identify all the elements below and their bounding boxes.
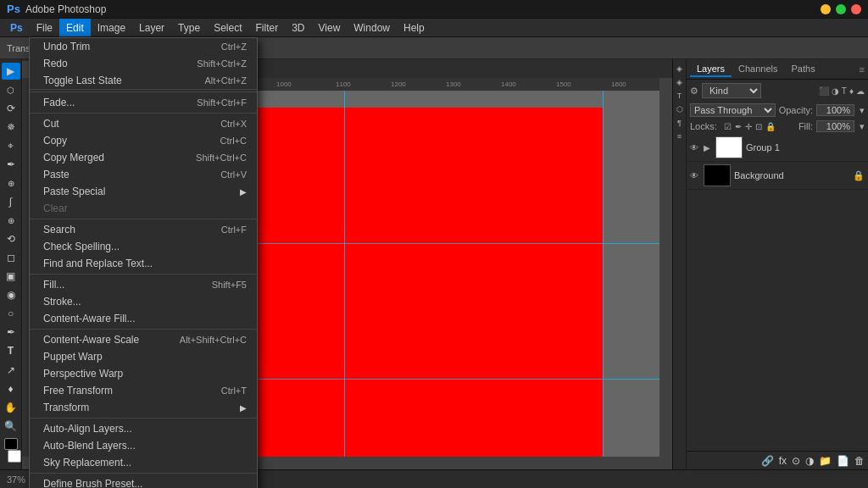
menu-select[interactable]: Select bbox=[207, 19, 248, 36]
blur-tool[interactable]: ◉ bbox=[2, 286, 20, 303]
menu-stroke[interactable]: Stroke... bbox=[30, 293, 257, 310]
tab-paths[interactable]: Paths bbox=[785, 62, 822, 77]
smart-filter-icon[interactable]: ☁ bbox=[856, 86, 865, 96]
shape-filter-icon[interactable]: ♦ bbox=[849, 86, 854, 96]
layer-link-icon[interactable]: 🔗 bbox=[761, 455, 774, 467]
tab-layers[interactable]: Layers bbox=[690, 62, 732, 77]
menu-perspective-warp[interactable]: Perspective Warp bbox=[30, 365, 257, 382]
layer-adjustment-icon[interactable]: ◑ bbox=[805, 455, 814, 467]
tab-channels[interactable]: Channels bbox=[732, 62, 784, 77]
menu-toggle-last-state[interactable]: Toggle Last State Alt+Ctrl+Z bbox=[30, 72, 257, 89]
layer-visibility-icon[interactable]: 👁 bbox=[690, 143, 698, 152]
delete-layer-icon[interactable]: 🗑 bbox=[854, 455, 865, 467]
new-layer-icon[interactable]: 📄 bbox=[837, 455, 849, 467]
brush-tool[interactable]: ∫ bbox=[2, 193, 20, 210]
panel-toggle-1[interactable]: ◈ bbox=[674, 63, 686, 75]
menu-fade[interactable]: Fade... Shift+Ctrl+F bbox=[30, 94, 257, 111]
menu-undo-trim[interactable]: Undo Trim Ctrl+Z bbox=[30, 38, 257, 55]
minimize-button[interactable] bbox=[821, 4, 831, 14]
hand-tool[interactable]: ✋ bbox=[2, 399, 20, 416]
lock-pixels-icon[interactable]: ✒ bbox=[735, 122, 742, 131]
menu-puppet-warp[interactable]: Puppet Warp bbox=[30, 348, 257, 365]
menu-edit[interactable]: Edit bbox=[59, 19, 91, 36]
menu-transform[interactable]: Transform ▶ bbox=[30, 399, 257, 416]
type-filter-icon[interactable]: T bbox=[842, 86, 847, 96]
stamp-tool[interactable]: ⊕ bbox=[2, 212, 20, 229]
panel-toggle-6[interactable]: ≡ bbox=[674, 130, 686, 142]
pixel-filter-icon[interactable]: ⬛ bbox=[819, 86, 829, 96]
menu-content-aware-scale[interactable]: Content-Aware Scale Alt+Shift+Ctrl+C bbox=[30, 331, 257, 348]
menu-check-spelling[interactable]: Check Spelling... bbox=[30, 238, 257, 255]
healing-tool[interactable]: ⊕ bbox=[2, 175, 20, 191]
menu-free-transform[interactable]: Free Transform Ctrl+T bbox=[30, 382, 257, 399]
menu-type[interactable]: Type bbox=[171, 19, 207, 36]
lock-position-icon[interactable]: ✛ bbox=[745, 122, 752, 131]
menu-window[interactable]: Window bbox=[347, 19, 397, 36]
layer-effects-icon[interactable]: fx bbox=[779, 455, 787, 467]
layer-row-background[interactable]: 👁 Background 🔒 bbox=[687, 162, 868, 190]
layer-expand-icon[interactable]: ▶ bbox=[704, 143, 710, 152]
panel-toggle-5[interactable]: ¶ bbox=[674, 117, 686, 129]
lock-all-icon[interactable]: 🔒 bbox=[765, 122, 776, 131]
menu-paste[interactable]: Paste Ctrl+V bbox=[30, 166, 257, 183]
menu-layer[interactable]: Layer bbox=[132, 19, 171, 36]
opacity-value[interactable]: 100% bbox=[816, 104, 854, 116]
opacity-dropdown-icon[interactable]: ▾ bbox=[860, 105, 865, 116]
menu-auto-blend-layers[interactable]: Auto-Blend Layers... bbox=[30, 437, 257, 454]
gradient-tool[interactable]: ▣ bbox=[2, 268, 20, 285]
menu-define-brush-preset[interactable]: Define Brush Preset... bbox=[30, 475, 257, 488]
maximize-button[interactable] bbox=[836, 4, 846, 14]
menu-find-replace-text[interactable]: Find and Replace Text... bbox=[30, 255, 257, 272]
panel-toggle-4[interactable]: ⬡ bbox=[674, 103, 686, 115]
history-brush-tool[interactable]: ⟲ bbox=[2, 230, 20, 247]
type-tool[interactable]: T bbox=[2, 342, 20, 359]
panel-menu-icon[interactable]: ≡ bbox=[856, 64, 868, 75]
menu-image[interactable]: Image bbox=[91, 19, 132, 36]
pen-tool[interactable]: ✒ bbox=[2, 324, 20, 341]
window-controls[interactable] bbox=[821, 4, 861, 14]
menu-auto-align-layers[interactable]: Auto-Align Layers... bbox=[30, 420, 257, 437]
menu-view[interactable]: View bbox=[312, 19, 348, 36]
menu-filter[interactable]: Filter bbox=[248, 19, 285, 36]
magic-wand-tool[interactable]: ✵ bbox=[2, 119, 20, 136]
layers-kind-dropdown[interactable]: Kind bbox=[702, 83, 761, 98]
menu-copy[interactable]: Copy Ctrl+C bbox=[30, 132, 257, 149]
close-button[interactable] bbox=[851, 4, 861, 14]
eyedropper-tool[interactable]: ✒ bbox=[2, 156, 20, 173]
lasso-tool[interactable]: ⟳ bbox=[2, 100, 20, 117]
menu-paste-special[interactable]: Paste Special ▶ bbox=[30, 183, 257, 200]
fill-dropdown-icon[interactable]: ▾ bbox=[860, 121, 865, 132]
background-color[interactable] bbox=[8, 450, 21, 463]
menu-file[interactable]: File bbox=[30, 19, 59, 36]
menu-content-aware-fill[interactable]: Content-Aware Fill... bbox=[30, 310, 257, 327]
shape-tool[interactable]: ♦ bbox=[2, 380, 20, 397]
zoom-tool[interactable]: 🔍 bbox=[2, 418, 20, 435]
lock-artboard-icon[interactable]: ⊡ bbox=[755, 122, 762, 131]
menu-copy-merged[interactable]: Copy Merged Shift+Ctrl+C bbox=[30, 149, 257, 166]
menu-ps[interactable]: Ps bbox=[3, 19, 30, 36]
move-tool[interactable]: ▶ bbox=[2, 63, 20, 80]
layer-group-icon[interactable]: 📁 bbox=[819, 455, 832, 467]
crop-tool[interactable]: ⌖ bbox=[2, 137, 20, 154]
menu-sky-replacement[interactable]: Sky Replacement... bbox=[30, 454, 257, 471]
lock-transparent-icon[interactable]: ☑ bbox=[724, 122, 732, 131]
menu-cut[interactable]: Cut Ctrl+X bbox=[30, 115, 257, 132]
eraser-tool[interactable]: ◻ bbox=[2, 249, 20, 266]
foreground-color[interactable] bbox=[4, 438, 18, 451]
blend-mode-dropdown[interactable]: Pass Through bbox=[690, 103, 776, 117]
select-tool[interactable]: ⬡ bbox=[2, 81, 20, 98]
panel-toggle-3[interactable]: T bbox=[674, 90, 686, 102]
layer-visibility-icon-bg[interactable]: 👁 bbox=[690, 171, 698, 180]
menu-redo[interactable]: Redo Shift+Ctrl+Z bbox=[30, 55, 257, 72]
dodge-tool[interactable]: ○ bbox=[2, 305, 20, 322]
layer-row-group1[interactable]: 👁 ▶ Group 1 bbox=[687, 134, 868, 162]
menu-3d[interactable]: 3D bbox=[285, 19, 311, 36]
layer-mask-icon[interactable]: ⊙ bbox=[792, 455, 800, 467]
menu-search[interactable]: Search Ctrl+F bbox=[30, 221, 257, 238]
menu-fill[interactable]: Fill... Shift+F5 bbox=[30, 276, 257, 293]
path-select-tool[interactable]: ↗ bbox=[2, 362, 20, 379]
adjustment-filter-icon[interactable]: ◑ bbox=[832, 86, 839, 96]
fill-value[interactable]: 100% bbox=[816, 120, 854, 132]
menu-help[interactable]: Help bbox=[397, 19, 431, 36]
panel-toggle-2[interactable]: ◈ bbox=[674, 76, 686, 88]
